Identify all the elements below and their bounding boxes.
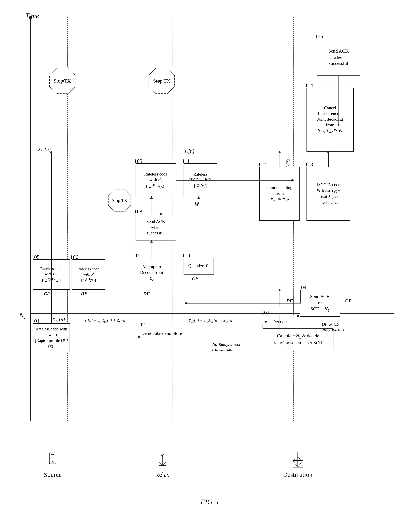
arrowhead-109 — [150, 196, 153, 199]
arrowhead-src-dest — [265, 320, 267, 323]
arrowhead-112-114 — [278, 150, 281, 153]
stop-tx-2: Stop TX — [148, 67, 175, 94]
xs2n-label: Xs2[n] — [38, 147, 51, 153]
relay-icon-group: Relay — [155, 452, 170, 478]
relay-icon — [156, 452, 169, 469]
arrow-src-relay — [70, 337, 139, 337]
arrowhead-relay-dest — [292, 179, 294, 181]
box-106: Rateless code with P [ Ω(1)(x)] 106 — [72, 259, 105, 290]
arrowhead-111 — [197, 196, 200, 199]
box-107: Attempt to Decode from Yr 107 — [133, 258, 170, 288]
arrowhead-src-relay — [138, 336, 141, 338]
arrow-sch-to-relay — [185, 303, 300, 303]
arrow-104-sch — [300, 290, 301, 303]
arrow-ack-to-stoptx1 — [62, 81, 148, 81]
xs1n-label: Xs1[n] — [52, 317, 65, 323]
arrow-source-bottom — [51, 290, 52, 324]
box-112: Joint decoding from Yd1 & Yd2 112 — [259, 167, 300, 221]
arrowhead-sch — [184, 302, 187, 305]
df-label-106: DF — [81, 291, 87, 296]
arrow-relay-to-dest — [176, 180, 292, 180]
destination-label: Destination — [283, 471, 312, 478]
box-104: Send SCH or SCH + N1 104 — [300, 290, 340, 317]
source-icon-group: Source — [44, 452, 62, 478]
box-108: Send ACK when successful 108 — [135, 214, 176, 241]
destination-icon — [289, 449, 306, 469]
arrowhead-108 — [159, 213, 162, 216]
arrow-src-dest — [70, 322, 265, 322]
diagram: Time N1 Calculate N1 & decide relaying s… — [10, 7, 407, 488]
df-label-107: DF — [143, 291, 150, 296]
time-label: Time — [25, 12, 39, 20]
df-label-104: DF — [286, 298, 293, 303]
arrow-108-to-109 — [151, 197, 152, 214]
svg-point-5 — [52, 461, 53, 463]
arrow-104-up — [279, 290, 280, 307]
arrowhead-104 — [278, 289, 281, 291]
xrn-label: Xr[n] — [184, 148, 195, 155]
svg-line-8 — [159, 462, 162, 466]
W-label: W — [195, 201, 199, 207]
arrow-100-to-103 — [298, 328, 298, 342]
box-109: Rateless code with Pr [ Ω2(DF)(x)] 109 — [135, 163, 176, 197]
arrow-h-114-115 — [317, 76, 338, 76]
box-102: Demodulate and Store 102 — [138, 327, 185, 340]
box-114: Cancel Interference – Joint decoding fro… — [307, 88, 354, 151]
no-relay-label: No Relay, directtransmission — [212, 342, 240, 352]
arrow-stoptx2-down — [161, 94, 161, 214]
arrowhead-source — [50, 150, 53, 153]
arrow-107-to-108 — [151, 241, 152, 258]
arrowhead-113-114 — [327, 150, 330, 153]
svg-line-17 — [293, 457, 298, 460]
yr-eq-label: Yr[n] = csrXs1[n] + Zr[n] — [84, 318, 126, 323]
arrow-103-to-104 — [279, 315, 280, 329]
relay-label: Relay — [155, 471, 170, 478]
svg-line-13 — [293, 460, 298, 467]
box-101: Rateless code with power P [Raptor profi… — [33, 323, 70, 352]
cf-label-105: CF — [44, 291, 50, 296]
arrow-113-to-114 — [328, 151, 329, 167]
svg-line-14 — [298, 460, 303, 467]
arrow-112-to-114 — [279, 151, 280, 167]
destination-icon-group: Destination — [283, 449, 312, 478]
time-axis — [30, 17, 31, 421]
yd1-eq-label: Yd1[n] = csdXs1[n] + Zd[n] — [189, 318, 232, 323]
svg-line-18 — [298, 457, 302, 460]
stop-tx-1: Stop TX — [49, 67, 76, 94]
arrow-110-to-111 — [199, 197, 199, 258]
arrowhead-103 — [297, 314, 300, 317]
arrow-112-115-h — [279, 125, 317, 125]
box-110: Quantize Yr 110 — [184, 258, 214, 275]
arrow-114-to-115 — [338, 76, 339, 88]
cf-label-110: CF — [192, 276, 198, 281]
figure-caption: FIG. 1 — [201, 498, 219, 506]
svg-point-10 — [162, 456, 163, 457]
arrow-to-stoptx2 — [158, 81, 317, 81]
df-cf-label: DF or CFrelay scheme — [322, 322, 344, 332]
source-label: Source — [44, 471, 62, 478]
n1-label: N1 — [19, 311, 26, 320]
box-115: Send ACK when successful 115 — [317, 39, 360, 76]
arrowhead-107-108 — [150, 240, 153, 242]
stop-tx-3: Stop TX — [108, 189, 131, 212]
box-113: JSCC Decode W from Yd2 – Treat Xs2 as in… — [307, 167, 350, 221]
cf-label-104: CF — [345, 298, 352, 303]
source-icon — [46, 452, 60, 469]
arrowhead-115-down — [337, 124, 340, 126]
svg-line-9 — [162, 462, 166, 466]
